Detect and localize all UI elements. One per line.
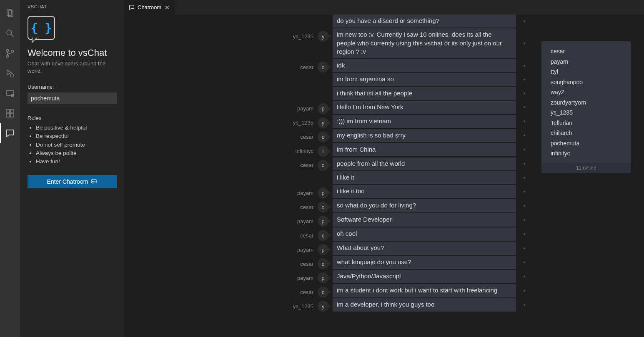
svg-rect-13 — [10, 114, 14, 117]
bubble-menu-dot[interactable] — [524, 191, 525, 192]
message-meta: ys_1235y — [124, 115, 328, 128]
bubble-menu-dot[interactable] — [524, 233, 525, 235]
online-user[interactable]: chiliarch — [551, 128, 623, 138]
online-user[interactable]: pochemuta — [551, 138, 623, 149]
chat-area: do you have a discord or something?ys_12… — [124, 15, 644, 337]
online-user[interactable]: Tellurian — [551, 118, 623, 128]
online-panel: cesarpayamttylsonghanpooway2zourdyartyom… — [531, 15, 644, 337]
message-bubble: do you have a discord or something? — [333, 15, 516, 27]
svg-rect-9 — [6, 90, 14, 95]
message-username: cesar — [300, 64, 313, 70]
bubble-menu-dot[interactable] — [524, 106, 525, 108]
tab-chatroom[interactable]: Chatroom ✕ — [124, 0, 175, 15]
online-user[interactable]: payam — [551, 57, 623, 67]
bubble-menu-dot[interactable] — [524, 65, 525, 67]
message-bubbles: my english is so bad srry — [333, 129, 516, 142]
avatar: i — [318, 146, 328, 157]
enter-chatroom-button[interactable]: Enter Chatroom — [28, 175, 117, 188]
avatar: c — [318, 160, 328, 171]
avatar: p — [318, 244, 328, 255]
message-username: cesar — [300, 204, 313, 210]
online-user[interactable]: songhanpoo — [551, 77, 623, 87]
bubble-menu-dot[interactable] — [524, 276, 525, 277]
activity-bar — [0, 0, 20, 337]
editor-column: Chatroom ✕ do you have a discord or some… — [124, 0, 644, 337]
avatar: p — [318, 272, 328, 283]
sidebar-title: VSCHAT — [20, 0, 124, 12]
online-user[interactable]: zourdyartyom — [551, 97, 623, 108]
svg-point-16 — [93, 181, 93, 182]
bubble-menu-dot[interactable] — [524, 163, 525, 165]
message-username: cesar — [300, 289, 313, 295]
message-username: ys_1235 — [293, 303, 313, 310]
bubble-menu-dot[interactable] — [524, 120, 525, 122]
message-meta: cesarc — [124, 129, 328, 142]
message-bubble: :))) im from vietnam — [333, 115, 516, 128]
bubble-menu-dot[interactable] — [524, 79, 525, 80]
activity-vschat[interactable] — [0, 123, 20, 143]
message-list: do you have a discord or something?ys_12… — [124, 15, 531, 337]
message-group: payampi like it too — [124, 185, 531, 198]
activity-search[interactable] — [0, 23, 20, 43]
message-meta: payamp — [124, 185, 328, 198]
bubble-menu-dot[interactable] — [524, 247, 525, 249]
bubble-menu-dot[interactable] — [524, 42, 525, 44]
activity-explorer[interactable] — [0, 3, 20, 23]
message-bubbles: what lenguaje do you use? — [333, 256, 516, 269]
message-group: payampSoftware Developer — [124, 213, 531, 227]
message-meta: ys_1235y — [124, 28, 328, 42]
message-bubble: i like it — [333, 171, 516, 184]
bubble-menu-dot[interactable] — [524, 135, 525, 136]
online-user[interactable]: infinityc — [551, 148, 623, 159]
message-bubbles: im a developer, i think you guys too — [333, 298, 516, 311]
online-user[interactable]: cesar — [551, 46, 623, 57]
svg-point-18 — [95, 181, 95, 182]
activity-run[interactable] — [0, 63, 20, 83]
message-bubble: oh cool — [333, 227, 516, 240]
online-user[interactable]: way2 — [551, 87, 623, 97]
activity-extensions[interactable] — [0, 103, 20, 123]
activity-source-control[interactable] — [0, 43, 20, 63]
message-bubble: im new too :v. Currently i saw 10 online… — [333, 28, 516, 58]
online-user[interactable]: ttyl — [551, 67, 623, 77]
chat-icon — [5, 128, 15, 138]
message-bubbles: Hello I'm from New York — [333, 101, 516, 114]
bubble-menu-dot[interactable] — [524, 149, 525, 150]
bubble-menu-dot[interactable] — [524, 262, 525, 263]
message-bubble: my english is so bad srry — [333, 129, 516, 142]
bubble-menu-dot[interactable] — [524, 177, 525, 179]
bubble-menu-dot[interactable] — [524, 219, 525, 221]
sidebar: VSCHAT { } Welcome to vsChat Chat with d… — [20, 0, 124, 337]
username-input[interactable] — [28, 92, 117, 104]
message-group: do you have a discord or something? — [124, 15, 531, 27]
avatar: c — [318, 132, 328, 142]
bubble-menu-dot[interactable] — [524, 290, 525, 292]
message-bubble: im from China — [333, 143, 516, 156]
bubble-menu-dot[interactable] — [524, 205, 525, 207]
message-username: ys_1235 — [293, 120, 313, 126]
bubble-menu-dot[interactable] — [524, 92, 525, 94]
avatar: c — [318, 202, 328, 212]
svg-point-17 — [94, 181, 94, 182]
message-username: cesar — [300, 261, 313, 267]
message-group: cesarcso what do you do for living? — [124, 199, 531, 212]
tab-close-button[interactable]: ✕ — [164, 4, 170, 11]
message-bubbles: Java/Python/Javascript — [333, 270, 516, 283]
message-username: infinityc — [296, 148, 313, 154]
avatar: y — [318, 31, 328, 42]
message-group: cesarcoh cool — [124, 227, 531, 241]
rule-item: Always be polite — [36, 149, 117, 157]
bubble-menu-dot[interactable] — [524, 304, 525, 306]
message-bubbles: idkim from argentina soi think that ist … — [333, 59, 516, 100]
message-group: cesarcidkim from argentina soi think tha… — [124, 59, 531, 100]
message-bubbles: oh cool — [333, 227, 516, 240]
avatar: p — [318, 216, 328, 227]
bubble-menu-dot[interactable] — [524, 20, 525, 22]
activity-remote[interactable] — [0, 83, 20, 103]
online-user[interactable]: ys_1235 — [551, 107, 623, 118]
message-bubble: im a student i dont work but i want to s… — [333, 284, 516, 297]
message-bubbles: do you have a discord or something? — [333, 15, 516, 27]
message-bubble: i think that ist all the people — [333, 87, 516, 100]
message-group: cesarcwhat lenguaje do you use? — [124, 256, 531, 269]
remote-icon — [5, 88, 15, 98]
